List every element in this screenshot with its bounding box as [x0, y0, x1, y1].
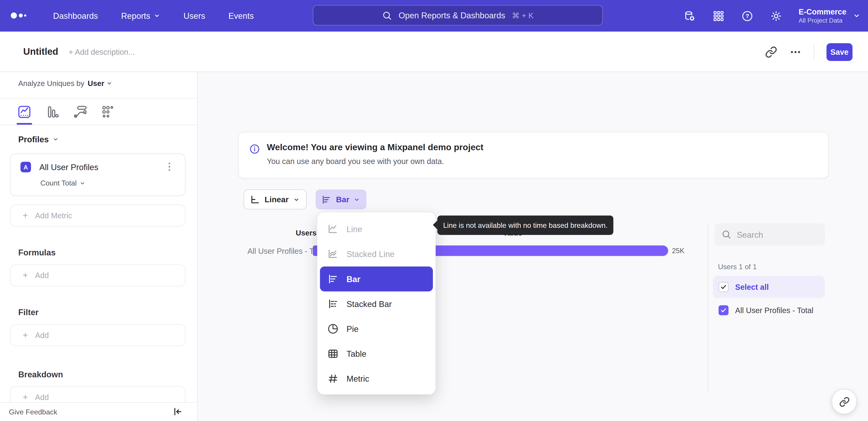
- series-search-input[interactable]: Search: [715, 223, 825, 246]
- line-chart-icon: [327, 223, 339, 235]
- breakdown-section-title: Breakdown: [18, 369, 63, 379]
- collapse-sidebar-icon[interactable]: [172, 406, 183, 417]
- mixpanel-report-page: Dashboards Reports Users Events Open Rep…: [0, 0, 868, 421]
- project-switcher[interactable]: E-Commerce All Project Data: [799, 7, 860, 24]
- global-search-placeholder: Open Reports & Dashboards: [399, 11, 505, 20]
- chevron-down-icon: [53, 136, 59, 142]
- menu-item-metric[interactable]: Metric: [320, 366, 433, 391]
- mixpanel-logo-icon[interactable]: [9, 8, 31, 23]
- menu-item-table[interactable]: Table: [320, 341, 433, 366]
- report-title[interactable]: Untitled: [23, 46, 58, 57]
- disabled-option-tooltip: Line is not available with no time based…: [437, 216, 614, 235]
- chart-type-button[interactable]: Bar: [315, 190, 367, 209]
- tab-insights[interactable]: [17, 104, 32, 120]
- metric-aggregation-dropdown[interactable]: Count Total: [40, 179, 85, 187]
- analyze-entity-dropdown[interactable]: User: [88, 79, 113, 88]
- scale-label: Linear: [265, 195, 289, 204]
- copy-link-button[interactable]: [765, 46, 777, 58]
- stacked-bar-chart-icon: [327, 298, 339, 310]
- nav-events-label: Events: [228, 11, 254, 21]
- add-description-field[interactable]: + Add description...: [69, 47, 135, 56]
- nav-users-label: Users: [184, 11, 205, 21]
- sidebar-tabs: [0, 99, 197, 125]
- add-filter-button[interactable]: + Add: [10, 324, 185, 346]
- chevron-down-icon: [154, 13, 160, 19]
- metric-name: All User Profiles: [39, 162, 98, 172]
- add-breakdown-label: Add: [35, 393, 49, 401]
- svg-text:?: ?: [745, 13, 749, 19]
- chevron-down-icon: [106, 80, 113, 86]
- plus-icon: +: [23, 210, 28, 221]
- bar-chart-icon: [327, 273, 339, 285]
- nav-users[interactable]: Users: [184, 11, 205, 21]
- select-all-row[interactable]: Select all: [713, 276, 825, 298]
- demo-banner: Welcome! You are viewing a Mixpanel demo…: [238, 132, 829, 178]
- tab-flows[interactable]: [72, 104, 88, 120]
- share-link-fab[interactable]: [832, 390, 857, 414]
- divider: [814, 45, 814, 59]
- nav-events[interactable]: Events: [228, 11, 254, 21]
- metric-card[interactable]: A All User Profiles Count Total: [10, 153, 185, 196]
- banner-title: Welcome! You are viewing a Mixpanel demo…: [267, 142, 483, 152]
- profiles-label: Profiles: [18, 135, 49, 144]
- data-management-icon[interactable]: [684, 10, 696, 22]
- add-formula-label: Add: [35, 271, 49, 280]
- apps-grid-icon[interactable]: [712, 10, 724, 22]
- shortcut-hint: ⌘ + K: [512, 11, 533, 20]
- search-icon: [382, 10, 392, 20]
- give-feedback-link[interactable]: Give Feedback: [9, 408, 57, 416]
- project-info: E-Commerce All Project Data: [799, 7, 846, 24]
- menu-item-stacked-bar-label: Stacked Bar: [346, 299, 392, 309]
- tab-funnels[interactable]: [44, 104, 60, 120]
- help-icon[interactable]: ?: [741, 10, 753, 22]
- primary-nav: Dashboards Reports Users Events: [53, 0, 254, 32]
- metric-kebab-menu[interactable]: [164, 161, 175, 172]
- bar-value-label: 25K: [672, 247, 684, 255]
- top-nav-right: ? E-Commerce All Project Data: [684, 0, 860, 32]
- query-builder-sidebar: Analyze Uniques by User Profiles: [0, 72, 197, 421]
- menu-item-bar-label: Bar: [346, 274, 360, 284]
- analyze-entity-value: User: [88, 79, 104, 88]
- chevron-down-icon: [853, 12, 860, 20]
- metric-letter-badge: A: [21, 162, 31, 172]
- metric-aggregation-value: Count Total: [40, 179, 76, 187]
- menu-item-stacked-bar[interactable]: Stacked Bar: [320, 291, 433, 316]
- select-all-label: Select all: [735, 283, 769, 291]
- menu-item-pie-label: Pie: [346, 324, 359, 334]
- tooltip-text: Line is not available with no time based…: [443, 221, 608, 229]
- menu-item-line-label: Line: [346, 224, 362, 234]
- add-metric-button[interactable]: + Add Metric: [10, 204, 185, 227]
- plus-icon: +: [23, 392, 28, 402]
- add-filter-label: Add: [35, 331, 49, 340]
- settings-gear-icon[interactable]: [770, 10, 782, 22]
- tooltip-arrow: [433, 221, 437, 229]
- menu-item-stacked-line[interactable]: Stacked Line: [320, 242, 433, 266]
- report-header: Untitled + Add description... Save: [0, 32, 868, 72]
- pie-chart-icon: [327, 323, 339, 335]
- chevron-down-icon: [293, 196, 299, 202]
- menu-item-metric-label: Metric: [346, 374, 369, 384]
- save-button[interactable]: Save: [827, 43, 852, 61]
- project-scope: All Project Data: [799, 17, 846, 24]
- link-icon: [839, 396, 849, 407]
- linear-scale-icon: [250, 194, 260, 205]
- profiles-section-header[interactable]: Profiles: [18, 135, 59, 144]
- series-row[interactable]: All User Profiles - Total: [713, 300, 825, 320]
- nav-reports[interactable]: Reports: [121, 11, 160, 21]
- stacked-line-chart-icon: [327, 248, 339, 260]
- metric-hash-icon: [327, 373, 339, 384]
- search-icon: [721, 229, 731, 240]
- select-all-checkbox[interactable]: [719, 282, 728, 292]
- chart-type-label: Bar: [336, 195, 349, 204]
- nav-dashboards[interactable]: Dashboards: [53, 11, 98, 21]
- global-search-input[interactable]: Open Reports & Dashboards ⌘ + K: [313, 5, 603, 26]
- menu-item-stacked-line-label: Stacked Line: [346, 249, 395, 259]
- add-formula-button[interactable]: + Add: [10, 264, 185, 286]
- tab-retention[interactable]: [100, 104, 116, 120]
- more-options-button[interactable]: [789, 46, 802, 58]
- series-checkbox[interactable]: [719, 305, 728, 315]
- menu-item-bar[interactable]: Bar: [320, 266, 433, 291]
- menu-item-pie[interactable]: Pie: [320, 316, 433, 341]
- scale-selector-button[interactable]: Linear: [244, 190, 307, 209]
- menu-item-line[interactable]: Line: [320, 217, 433, 242]
